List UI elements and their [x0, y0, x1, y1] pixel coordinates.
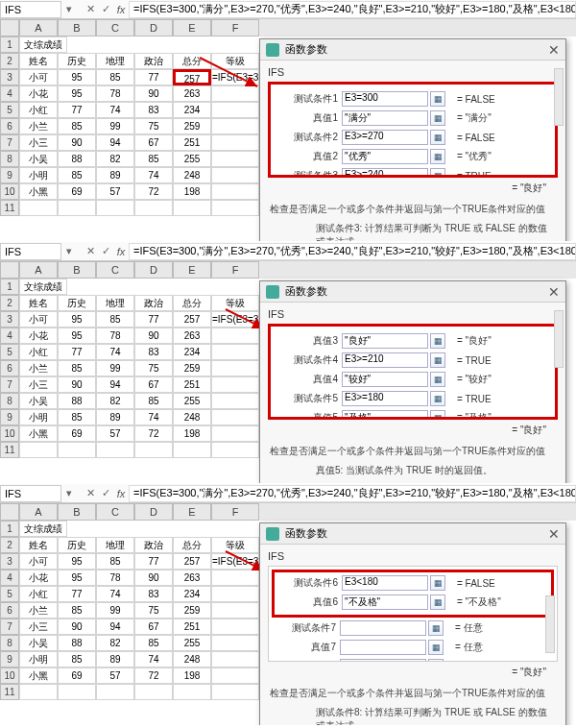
- cell[interactable]: [211, 376, 259, 393]
- cell[interactable]: 69: [58, 425, 96, 442]
- cell[interactable]: 83: [134, 102, 173, 118]
- cell[interactable]: 85: [134, 635, 173, 651]
- row-header[interactable]: 6: [0, 118, 19, 134]
- cell[interactable]: 小吴: [19, 393, 58, 409]
- cell[interactable]: [211, 344, 259, 360]
- cell[interactable]: 90: [58, 619, 96, 635]
- row-header[interactable]: 5: [0, 586, 19, 602]
- cell[interactable]: [211, 118, 259, 134]
- name-box-dropdown[interactable]: ▾: [63, 245, 75, 257]
- cell[interactable]: 历史: [58, 53, 96, 69]
- cell[interactable]: 72: [134, 425, 173, 442]
- cell[interactable]: [58, 684, 96, 700]
- cell[interactable]: [211, 183, 259, 200]
- cell[interactable]: 小可: [19, 311, 58, 328]
- cell[interactable]: 89: [96, 409, 134, 425]
- range-select-icon[interactable]: ▦: [430, 333, 445, 349]
- cell[interactable]: [58, 200, 96, 216]
- name-box-dropdown[interactable]: ▾: [63, 487, 75, 499]
- cell[interactable]: [19, 684, 58, 700]
- cell[interactable]: 248: [173, 409, 211, 425]
- cell[interactable]: 95: [58, 570, 96, 586]
- cell[interactable]: 99: [96, 360, 134, 376]
- cell[interactable]: 等级: [211, 53, 259, 69]
- row-header[interactable]: 4: [0, 570, 19, 586]
- cell[interactable]: 72: [134, 183, 173, 200]
- col-header[interactable]: A: [19, 261, 58, 279]
- row-header[interactable]: 11: [0, 442, 19, 458]
- col-header[interactable]: F: [211, 503, 259, 521]
- range-select-icon[interactable]: ▦: [428, 640, 444, 655]
- cell[interactable]: 85: [96, 69, 134, 85]
- cell[interactable]: [19, 200, 58, 216]
- col-header[interactable]: D: [134, 503, 173, 521]
- cell[interactable]: 90: [58, 376, 96, 393]
- cell[interactable]: 57: [96, 425, 134, 442]
- cell[interactable]: 234: [173, 102, 211, 118]
- cell[interactable]: 小花: [19, 328, 58, 344]
- param-input[interactable]: "满分": [342, 110, 428, 126]
- param-input[interactable]: "不及格": [342, 595, 428, 610]
- range-select-icon[interactable]: ▦: [430, 110, 445, 126]
- cell[interactable]: 77: [58, 102, 96, 118]
- cell[interactable]: 总分: [173, 537, 211, 553]
- cell[interactable]: 88: [58, 393, 96, 409]
- fx-icon[interactable]: fx: [113, 4, 129, 15]
- row-header[interactable]: 3: [0, 311, 19, 328]
- cell[interactable]: 小花: [19, 570, 58, 586]
- cell[interactable]: 74: [96, 586, 134, 602]
- cell[interactable]: [173, 442, 211, 458]
- row-header[interactable]: 1: [0, 521, 19, 537]
- cell[interactable]: [134, 200, 173, 216]
- cell[interactable]: 74: [134, 651, 173, 667]
- formula-input[interactable]: =IFS(E3=300,"满分",E3>=270,"优秀",E3>=240,"良…: [129, 1, 576, 18]
- cell[interactable]: 95: [58, 85, 96, 102]
- row-header[interactable]: 7: [0, 376, 19, 393]
- param-input[interactable]: E3>=180: [342, 391, 428, 406]
- cell[interactable]: [211, 167, 259, 183]
- formula-input[interactable]: =IFS(E3=300,"满分",E3>=270,"优秀",E3>=240,"良…: [129, 243, 576, 260]
- row-header[interactable]: 6: [0, 602, 19, 619]
- cell[interactable]: 小吴: [19, 151, 58, 167]
- cell[interactable]: [211, 409, 259, 425]
- cell[interactable]: [211, 102, 259, 118]
- cell[interactable]: 78: [96, 570, 134, 586]
- cell[interactable]: 85: [96, 311, 134, 328]
- cell[interactable]: [96, 442, 134, 458]
- cell[interactable]: 99: [96, 602, 134, 619]
- name-box[interactable]: IFS: [0, 243, 61, 260]
- cell[interactable]: 历史: [58, 295, 96, 311]
- range-select-icon[interactable]: ▦: [428, 620, 444, 636]
- cell[interactable]: 69: [58, 183, 96, 200]
- cell-e3-highlighted[interactable]: 257: [173, 69, 211, 85]
- cell[interactable]: 77: [58, 586, 96, 602]
- cell[interactable]: 小红: [19, 102, 58, 118]
- cell[interactable]: 政治: [134, 537, 173, 553]
- cell[interactable]: 小黑: [19, 667, 58, 684]
- scrollbar[interactable]: [554, 324, 558, 368]
- col-header[interactable]: C: [96, 261, 134, 279]
- cell[interactable]: 政治: [134, 295, 173, 311]
- cell[interactable]: 82: [96, 151, 134, 167]
- cell[interactable]: 姓名: [19, 537, 58, 553]
- row-header[interactable]: 2: [0, 53, 19, 69]
- cell[interactable]: 94: [96, 134, 134, 151]
- params-scroll-area[interactable]: 测试条件1E3=300▦= FALSE 真值1"满分"▦= "满分" 测试条件2…: [268, 82, 558, 178]
- cell[interactable]: [211, 85, 259, 102]
- col-header[interactable]: C: [96, 19, 134, 36]
- cell[interactable]: [211, 425, 259, 442]
- cell[interactable]: 89: [96, 167, 134, 183]
- param-input[interactable]: "良好": [342, 333, 428, 349]
- range-select-icon[interactable]: ▦: [430, 391, 445, 406]
- col-header[interactable]: C: [96, 503, 134, 521]
- cell[interactable]: 94: [96, 376, 134, 393]
- name-box[interactable]: IFS: [0, 485, 61, 502]
- select-all-corner[interactable]: [0, 503, 19, 521]
- cell[interactable]: [211, 200, 259, 216]
- cell[interactable]: 234: [173, 586, 211, 602]
- cell[interactable]: 小花: [19, 85, 58, 102]
- cell[interactable]: 83: [134, 344, 173, 360]
- cell[interactable]: 姓名: [19, 53, 58, 69]
- row-header[interactable]: 7: [0, 619, 19, 635]
- range-select-icon[interactable]: ▦: [428, 659, 444, 662]
